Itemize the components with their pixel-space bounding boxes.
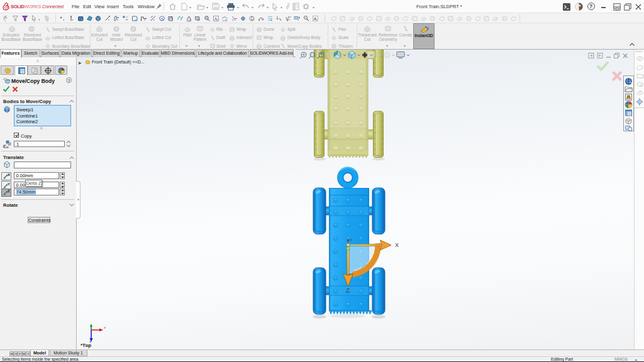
svg-text:Y: Y	[350, 238, 352, 242]
svg-text:Z: Z	[347, 287, 350, 293]
svg-text:w: w	[6, 145, 9, 148]
svg-text:X: X	[8, 173, 10, 177]
svg-text:Z: Z	[8, 189, 10, 193]
svg-text:Y: Y	[8, 182, 10, 186]
svg-text:X: X	[395, 242, 399, 248]
svg-text:x: x	[103, 326, 106, 329]
